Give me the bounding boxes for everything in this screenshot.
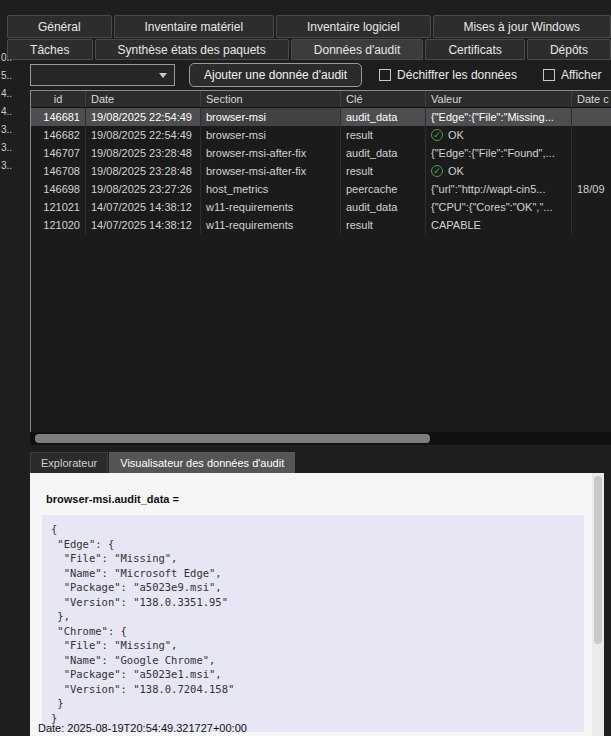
table-row[interactable]: 146682 19/08/2025 22:54:49 browser-msi r… xyxy=(31,126,611,144)
cell-section: browser-msi xyxy=(201,108,341,126)
vertical-scrollbar[interactable] xyxy=(592,473,604,736)
tab-inventaire-materiel[interactable]: Inventaire matériel xyxy=(114,15,275,38)
col-header-section[interactable]: Section xyxy=(201,91,341,107)
table-row[interactable]: 146708 19/08/2025 23:28:48 browser-msi-a… xyxy=(31,162,611,180)
filter-select[interactable] xyxy=(30,64,175,86)
tab-explorateur[interactable]: Explorateur xyxy=(30,452,108,473)
checkbox-icon xyxy=(543,69,555,81)
table-row[interactable]: 146681 19/08/2025 22:54:49 browser-msi a… xyxy=(31,108,611,126)
secondary-tab-bar: Tâches Synthèse états des paquets Donnée… xyxy=(7,39,611,60)
left-clipped-text: 0.. xyxy=(1,49,28,67)
cell-date2 xyxy=(572,108,611,126)
tab-visualisateur-donnees-audit[interactable]: Visualisateur des données d'audit xyxy=(109,452,295,473)
cell-id: 146708 xyxy=(31,162,86,180)
tab-inventaire-logiciel[interactable]: Inventaire logiciel xyxy=(276,15,431,38)
cell-key: audit_data xyxy=(341,144,426,162)
cell-date2: 18/09 xyxy=(572,180,611,198)
ok-check-icon: ✓ xyxy=(431,165,443,177)
left-clipped-text: 3.. xyxy=(1,139,28,157)
table-row[interactable]: 146707 19/08/2025 23:28:48 browser-msi-a… xyxy=(31,144,611,162)
cell-date: 19/08/2025 22:54:49 xyxy=(86,108,201,126)
cell-value: ✓OK xyxy=(426,162,572,180)
left-clipped-text: 5.. xyxy=(1,67,28,85)
cell-date: 14/07/2025 14:38:12 xyxy=(86,216,201,234)
cell-value: {"url":"http://wapt-cin5... xyxy=(426,180,572,198)
cell-date2 xyxy=(572,162,611,180)
viewer-tab-bar: Explorateur Visualisateur des données d'… xyxy=(30,452,295,473)
vertical-scrollbar-thumb[interactable] xyxy=(594,476,602,644)
cell-section: browser-msi xyxy=(201,126,341,144)
col-header-id[interactable]: id xyxy=(31,91,86,107)
cell-date: 19/08/2025 23:27:26 xyxy=(86,180,201,198)
cell-key: result xyxy=(341,216,426,234)
cell-section: w11-requirements xyxy=(201,216,341,234)
cell-key: result xyxy=(341,126,426,144)
tab-depots[interactable]: Dépôts xyxy=(527,39,611,60)
horizontal-scrollbar-thumb[interactable] xyxy=(35,434,430,443)
cell-id: 146707 xyxy=(31,144,86,162)
cell-value: CAPABLE xyxy=(426,216,572,234)
table-row[interactable]: 121020 14/07/2025 14:38:12 w11-requireme… xyxy=(31,216,611,234)
cell-date2 xyxy=(572,216,611,234)
cell-id: 121020 xyxy=(31,216,86,234)
audit-json-content: { "Edge": { "File": "Missing", "Name": "… xyxy=(42,515,584,732)
tab-general[interactable]: Général xyxy=(7,15,112,38)
col-header-date[interactable]: Date xyxy=(86,91,201,107)
left-clipped-column: 0.. 5.. 4.. 4.. 3.. 3.. 3.. xyxy=(1,49,28,175)
checkbox-label: Afficher xyxy=(561,68,601,82)
table-row[interactable]: 146698 19/08/2025 23:27:26 host_metrics … xyxy=(31,180,611,198)
show-checkbox[interactable]: Afficher xyxy=(543,68,601,82)
cell-value: ✓OK xyxy=(426,126,572,144)
audit-toolbar: Ajouter une donnée d'audit Déchiffrer le… xyxy=(30,61,611,89)
cell-id: 146682 xyxy=(31,126,86,144)
cell-value: {"Edge":{"File":"Found",... xyxy=(426,144,572,162)
left-clipped-text: 3.. xyxy=(1,157,28,175)
cell-section: browser-msi-after-fix xyxy=(201,144,341,162)
cell-key: audit_data xyxy=(341,108,426,126)
cell-key: result xyxy=(341,162,426,180)
main-tab-bar: Général Inventaire matériel Inventaire l… xyxy=(7,15,611,38)
cell-value-text: OK xyxy=(448,165,464,177)
left-clipped-text: 4.. xyxy=(1,85,28,103)
cell-date: 19/08/2025 22:54:49 xyxy=(86,126,201,144)
cell-section: browser-msi-after-fix xyxy=(201,162,341,180)
ok-check-icon: ✓ xyxy=(431,129,443,141)
cell-value-text: OK xyxy=(448,129,464,141)
cell-value: {"CPU":{"Cores":"OK","... xyxy=(426,198,572,216)
cell-date: 14/07/2025 14:38:12 xyxy=(86,198,201,216)
cell-key: peercache xyxy=(341,180,426,198)
chevron-down-icon xyxy=(159,73,167,78)
tab-synthese-etats-des-paquets[interactable]: Synthèse états des paquets xyxy=(95,39,289,60)
cell-id: 146681 xyxy=(31,108,86,126)
table-row[interactable]: 121021 14/07/2025 14:38:12 w11-requireme… xyxy=(31,198,611,216)
cell-id: 146698 xyxy=(31,180,86,198)
grid-header: id Date Section Clé Valeur Date c xyxy=(31,91,611,108)
add-audit-data-button[interactable]: Ajouter une donnée d'audit xyxy=(189,63,362,87)
col-header-key[interactable]: Clé xyxy=(341,91,426,107)
decrypt-checkbox[interactable]: Déchiffrer les données xyxy=(379,68,517,82)
left-clipped-text: 4.. xyxy=(1,103,28,121)
audit-data-viewer-panel: browser-msi.audit_data = { "Edge": { "Fi… xyxy=(30,473,604,736)
cell-date2 xyxy=(572,126,611,144)
tab-donnees-audit[interactable]: Données d'audit xyxy=(291,39,424,60)
col-header-value[interactable]: Valeur xyxy=(426,91,572,107)
cell-section: w11-requirements xyxy=(201,198,341,216)
cell-value: {"Edge":{"File":"Missing... xyxy=(426,108,572,126)
checkbox-label: Déchiffrer les données xyxy=(397,68,517,82)
col-header-date2[interactable]: Date c xyxy=(572,91,611,107)
cell-key: audit_data xyxy=(341,198,426,216)
left-clipped-text: 3.. xyxy=(1,121,28,139)
cell-date: 19/08/2025 23:28:48 xyxy=(86,162,201,180)
audit-data-grid: id Date Section Clé Valeur Date c 146681… xyxy=(30,90,611,432)
checkbox-icon xyxy=(379,69,391,81)
tab-certificats[interactable]: Certificats xyxy=(425,39,525,60)
viewer-date: Date: 2025-08-19T20:54:49.321727+00:00 xyxy=(38,722,247,734)
cell-date: 19/08/2025 23:28:48 xyxy=(86,144,201,162)
cell-date2 xyxy=(572,198,611,216)
horizontal-scrollbar[interactable] xyxy=(30,432,611,445)
cell-section: host_metrics xyxy=(201,180,341,198)
viewer-title: browser-msi.audit_data = xyxy=(46,493,604,505)
cell-date2 xyxy=(572,144,611,162)
cell-id: 121021 xyxy=(31,198,86,216)
tab-mises-a-jour-windows[interactable]: Mises à jour Windows xyxy=(433,15,611,38)
